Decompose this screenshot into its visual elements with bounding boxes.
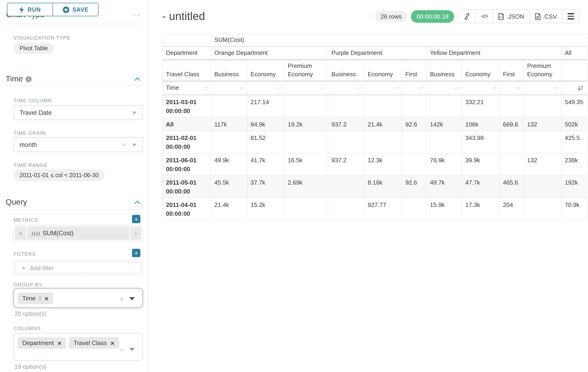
sort-icon[interactable]: ↓↑ xyxy=(277,84,281,93)
info-icon[interactable]: i xyxy=(26,76,32,82)
view-query-button[interactable]: </> xyxy=(475,10,493,23)
save-button[interactable]: SAVE xyxy=(52,3,98,16)
corner-cell xyxy=(162,34,211,46)
add-filter-button[interactable]: + Add filter xyxy=(15,262,141,273)
chart-title[interactable]: - untitled xyxy=(162,10,205,23)
sort-icon[interactable]: ↓↑ xyxy=(321,84,325,93)
value-cell: 425.5 xyxy=(561,131,587,153)
value-cell xyxy=(364,95,402,117)
value-cell: 937.2 xyxy=(328,153,364,175)
remove-chip-icon[interactable]: × xyxy=(58,339,61,347)
sort-header-cell: ↓↑ xyxy=(402,81,427,95)
clear-icon[interactable]: × xyxy=(122,140,126,148)
group-by-select[interactable]: Timei× × xyxy=(13,288,143,308)
time-axis-cell: Time↓↑ xyxy=(162,81,211,95)
json-file-icon xyxy=(499,13,504,20)
sort-icon[interactable]: ↓↑ xyxy=(203,84,207,93)
group-by-chip[interactable]: Timei× xyxy=(18,292,53,304)
value-cell xyxy=(499,131,524,153)
sort-header-cell: ↓↑ xyxy=(462,81,499,95)
sort-icon[interactable]: ↓↑ xyxy=(240,84,243,93)
menu-button[interactable] xyxy=(562,10,579,23)
table-row: 2011-04-01 00:00:0021.4k15.2k927.7715.9k… xyxy=(162,198,587,220)
columns-chip[interactable]: Department× xyxy=(18,337,66,349)
hamburger-icon xyxy=(567,13,574,20)
time-column-select[interactable]: Travel Date xyxy=(13,105,143,120)
travel-class-header xyxy=(561,60,587,81)
value-cell: 92.6 xyxy=(402,117,427,131)
sort-icon[interactable]: ↓↑ xyxy=(554,84,558,93)
visualization-type-pill[interactable]: Pivot Table xyxy=(13,43,54,54)
add-filter-plus-button[interactable]: + xyxy=(132,249,140,257)
columns-chip-label: Travel Class xyxy=(74,340,107,346)
value-cell: 132 xyxy=(524,117,561,131)
info-icon[interactable]: i xyxy=(39,295,41,302)
sort-icon[interactable]: ↓↑ xyxy=(419,84,423,93)
time-grain-value: month xyxy=(20,141,37,148)
value-cell xyxy=(211,95,247,117)
divider xyxy=(6,209,140,210)
sort-icon[interactable]: ↓↑ xyxy=(394,84,398,93)
sort-icon[interactable]: ↓↑ xyxy=(454,84,458,93)
group-by-label: GROUP BY xyxy=(13,282,42,287)
export-json-button[interactable]: .JSON xyxy=(493,10,529,23)
sort-icon[interactable]: ↓↑ xyxy=(492,84,496,93)
time-grain-select[interactable]: month × xyxy=(13,137,143,152)
chevron-up-icon[interactable] xyxy=(134,201,140,206)
travel-class-header: Business xyxy=(328,60,364,81)
expand-metric-icon[interactable]: › xyxy=(129,226,141,240)
value-cell xyxy=(427,95,462,117)
columns-select[interactable]: Department×Travel Class× × xyxy=(13,333,143,361)
control-panel: Chart Type RUN SAVE VISUALIZATION TYPE P… xyxy=(0,0,148,372)
value-cell: 937.2 xyxy=(328,117,364,131)
sort-icon[interactable]: ↓↑ xyxy=(357,84,361,93)
metric-header-cell: SUM(Cost) xyxy=(211,34,587,46)
columns-chip[interactable]: Travel Class× xyxy=(69,337,119,349)
query-section-header: Query xyxy=(6,198,140,207)
remove-chip-icon[interactable]: × xyxy=(111,339,114,347)
time-section-header: Time i xyxy=(6,74,140,84)
panel-drag-dots xyxy=(134,14,139,16)
value-cell: 47.7k xyxy=(462,175,499,198)
sort-descending-icon[interactable] xyxy=(577,85,583,91)
value-cell: 238k xyxy=(561,153,587,175)
add-metric-button[interactable]: + xyxy=(132,215,140,223)
value-cell: 217.14 xyxy=(247,95,284,117)
value-cell xyxy=(524,131,561,153)
value-cell: 21.4k xyxy=(211,198,247,220)
value-cell: 117k xyxy=(211,117,247,131)
share-link-button[interactable] xyxy=(458,10,475,23)
row-header-cell: 2011-02-01 00:00:00 xyxy=(162,131,211,153)
department-group-header: Purple Department xyxy=(328,46,427,60)
clear-icon[interactable]: × xyxy=(119,345,124,353)
value-cell: 106k xyxy=(462,117,499,131)
sort-icon[interactable]: ↓↑ xyxy=(516,84,520,93)
value-cell: 343.98 xyxy=(462,131,499,153)
value-cell: 81.52 xyxy=(247,131,284,153)
pivot-table-container: SUM(Cost)DepartmentOrange DepartmentPurp… xyxy=(162,33,587,220)
value-cell: 39.9k xyxy=(462,153,499,175)
export-csv-button[interactable]: .CSV xyxy=(529,10,562,23)
run-button[interactable]: RUN xyxy=(7,3,52,16)
remove-metric-icon[interactable]: × xyxy=(15,226,27,240)
department-group-header: Yellow Department xyxy=(427,46,561,60)
chevron-up-icon[interactable] xyxy=(134,77,140,83)
travel-class-header: Premium Economy xyxy=(284,60,328,81)
time-range-label: TIME RANGE xyxy=(13,162,48,168)
remove-chip-icon[interactable]: × xyxy=(45,295,48,302)
clear-icon[interactable]: × xyxy=(119,295,124,303)
pivot-table: SUM(Cost)DepartmentOrange DepartmentPurp… xyxy=(162,33,587,220)
time-range-pill[interactable]: 2011-01-01 ≤ col < 2011-06-30 xyxy=(13,169,105,181)
value-cell: 76.9k xyxy=(427,153,462,175)
sort-header-cell: ↓↑ xyxy=(211,81,247,95)
sort-header-cell xyxy=(561,81,587,95)
travel-class-header: First xyxy=(499,60,524,81)
value-cell: 465.6 xyxy=(499,175,524,198)
metric-chip-body: ƒ(x) SUM(Cost) xyxy=(27,226,129,240)
sort-header-cell: ↓↑ xyxy=(328,81,364,95)
metric-chip[interactable]: × ƒ(x) SUM(Cost) › xyxy=(15,226,141,240)
export-toolbar: </> .JSON .CSV xyxy=(458,9,580,23)
sort-header-cell: ↓↑ xyxy=(284,81,328,95)
value-cell xyxy=(211,131,247,153)
chevron-down-icon xyxy=(129,297,135,300)
